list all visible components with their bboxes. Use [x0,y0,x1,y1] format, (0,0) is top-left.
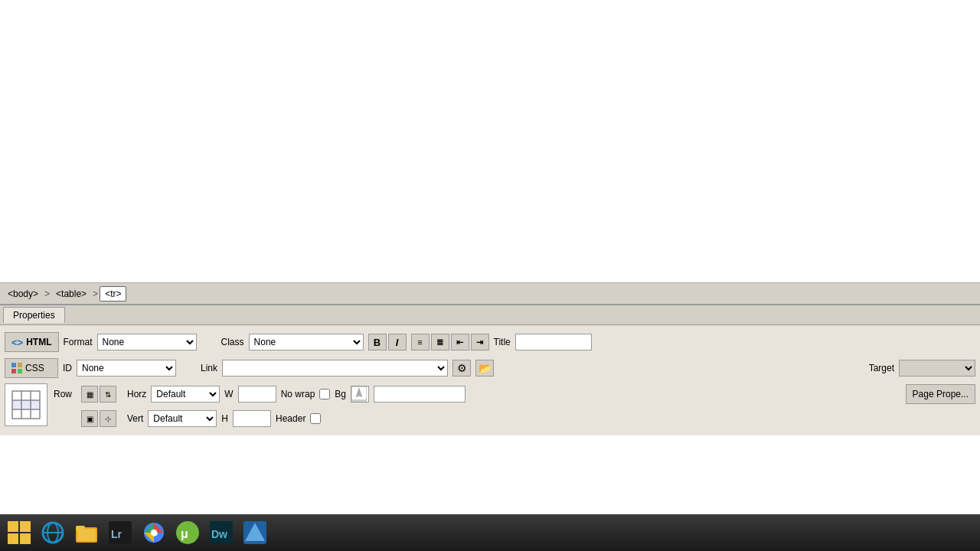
svg-text:μ: μ [181,527,188,540]
migrate-app-icon [242,520,268,546]
breadcrumb-sep-2: > [93,289,98,299]
link-select[interactable] [222,360,448,377]
bg-label: Bg [335,389,346,399]
properties-tab-bar: Properties [0,305,980,325]
windows-logo-icon [7,520,31,545]
text-formatting-group: B I [368,334,407,350]
bg-text-input[interactable] [374,386,466,403]
properties-panel: Properties <> HTML Format None Class Non… [0,305,980,435]
row-section: Row ▦ ⇅ Horz Default Left Center Right W [0,380,980,432]
horz-select[interactable]: Default Left Center Right [151,386,220,403]
nowrap-checkbox[interactable] [319,389,330,399]
svg-text:Lr: Lr [111,528,122,540]
svg-rect-15 [8,533,18,544]
taskbar: Lr μ Dw [0,514,980,551]
h-input[interactable] [233,410,271,427]
html-button-label: HTML [26,337,51,347]
breadcrumb-tr[interactable]: <tr> [100,286,126,302]
start-button[interactable] [3,517,35,549]
row-mini-buttons: ▦ ⇅ [81,386,116,403]
svg-rect-0 [11,363,16,367]
chrome-icon[interactable] [138,517,170,549]
italic-button[interactable]: I [388,334,407,350]
dw-icon: Dw [208,520,234,546]
svg-text:Dw: Dw [211,528,227,540]
svg-rect-1 [18,363,22,367]
css-button[interactable]: CSS [5,358,58,378]
browse-file-button[interactable]: 📂 [475,360,494,377]
row-sort-button[interactable]: ⇅ [100,386,116,403]
id-row: CSS ID None Link ⚙ 📂 Target [0,356,980,380]
list-formatting-group: ≡ ≣ ⇤ ⇥ [411,334,489,350]
chrome-logo-icon [141,520,167,546]
dreamweaver-icon[interactable]: Dw [205,517,237,549]
row-icon-box [5,383,47,426]
breadcrumb-sep-1: > [44,289,50,299]
browse-web-button[interactable]: ⚙ [452,360,471,377]
class-select[interactable]: None [249,334,364,350]
properties-tab[interactable]: Properties [3,307,65,323]
h-label: H [221,413,228,424]
format-label: Format [64,337,93,347]
bold-button[interactable]: B [368,334,387,350]
row-fields: Row ▦ ⇅ Horz Default Left Center Right W [54,383,975,429]
html-button[interactable]: <> HTML [5,332,59,352]
svg-rect-9 [12,400,40,409]
vert-label: Vert [127,413,143,424]
svg-rect-14 [20,521,31,532]
utorrent-icon: μ [175,520,201,546]
css-button-label: CSS [25,363,44,373]
html-row: <> HTML Format None Class None B I ≡ ≣ ⇤… [0,328,980,356]
svg-rect-16 [20,533,31,544]
ie-icon [40,520,66,546]
class-label: Class [221,337,244,347]
color-picker-icon [351,386,367,402]
properties-content: <> HTML Format None Class None B I ≡ ≣ ⇤… [0,325,980,435]
main-editing-area [0,0,980,283]
file-explorer-icon[interactable] [70,517,103,549]
ordered-list-button[interactable]: ≣ [431,334,449,350]
table-row-icon [11,390,41,420]
bg-color-swatch[interactable] [351,386,369,403]
row-label: Row [54,389,77,399]
svg-rect-22 [77,529,96,541]
header-label: Header [276,413,305,424]
svg-rect-11 [351,400,367,402]
lightroom-icon[interactable]: Lr [104,517,136,549]
vert-select[interactable]: Default Top Middle Bottom [148,410,217,427]
breadcrumb-bar: <body> > <table> > <tr> [0,283,980,305]
svg-rect-3 [18,369,22,373]
internet-explorer-icon[interactable] [37,517,69,549]
html-icon: <> [11,337,23,348]
w-label: W [224,389,233,399]
link-label: Link [201,363,217,373]
id-label: ID [63,363,72,373]
row-mini-buttons-2: ▣ ⊹ [81,410,116,427]
page-properties-button[interactable]: Page Prope... [906,384,975,404]
unordered-list-button[interactable]: ≡ [411,334,430,350]
migrate-icon[interactable] [239,517,271,549]
outdent-button[interactable]: ⇥ [471,334,489,350]
title-input[interactable] [515,334,592,350]
folder-icon [74,520,100,546]
target-select[interactable] [899,360,975,377]
breadcrumb-body[interactable]: <body> [3,287,43,301]
row-split-button[interactable]: ⊹ [100,410,116,427]
row-border-button[interactable]: ▣ [81,410,98,427]
id-select[interactable]: None [77,360,176,377]
title-label: Title [494,337,511,347]
row-select-button[interactable]: ▦ [81,386,98,403]
bittorrent-icon[interactable]: μ [172,517,204,549]
horz-label: Horz [127,389,146,399]
target-label: Target [869,363,894,373]
header-checkbox[interactable] [310,413,321,424]
svg-rect-2 [11,369,16,373]
css-icon [11,363,22,373]
indent-button[interactable]: ⇤ [451,334,469,350]
w-input[interactable] [238,386,276,403]
svg-rect-13 [8,521,18,532]
svg-point-27 [151,530,157,536]
format-select[interactable]: None [97,334,197,350]
breadcrumb-table[interactable]: <table> [51,287,91,301]
row-line2: ▣ ⊹ Vert Default Top Middle Bottom H Hea… [54,408,975,429]
